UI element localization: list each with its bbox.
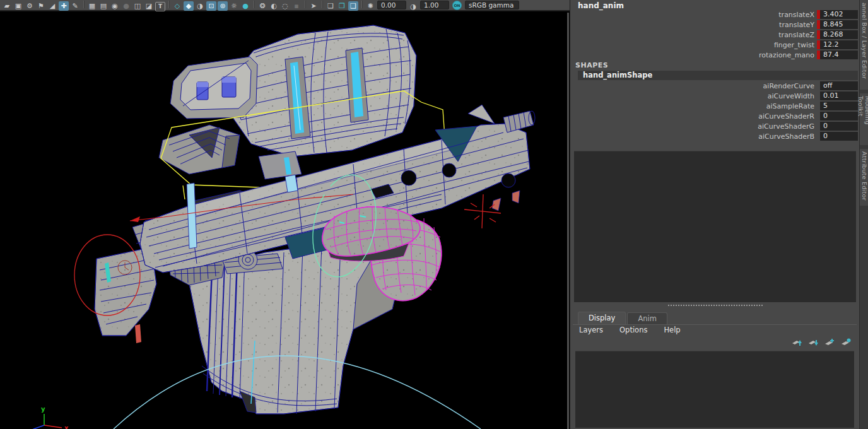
channel-label[interactable]: aiRenderCurve	[570, 82, 814, 90]
channel-label[interactable]: rotazione_mano	[570, 51, 814, 59]
layer-editor-divider	[573, 324, 857, 325]
channel-box-empty-area	[574, 151, 856, 302]
shape-node-name[interactable]: hand_animShape	[578, 71, 858, 80]
channel-row: aiCurveWidth 0.01	[570, 91, 859, 101]
image-plane-icon[interactable]: ❑	[348, 1, 358, 11]
make-live-icon[interactable]: T	[155, 2, 165, 11]
sidebar-tab[interactable]: Modeling Toolkit	[860, 93, 868, 149]
shape-channel-list: aiRenderCurve off aiCurveWidth 0.01 aiSa…	[570, 81, 859, 141]
gamma-icon[interactable]: ◑	[408, 2, 418, 11]
create-empty-layer-icon[interactable]	[824, 338, 835, 348]
snap-object-center-icon[interactable]: ◪	[144, 1, 154, 11]
channel-label[interactable]: translateY	[570, 21, 814, 29]
channel-value-field[interactable]: 12.2	[820, 40, 858, 49]
layer-list-empty-area	[575, 351, 854, 428]
channel-label[interactable]: aiCurveWidth	[570, 92, 814, 100]
channel-label[interactable]: aiCurveShaderB	[570, 132, 814, 141]
snap-to-curve-icon[interactable]: ▤	[98, 1, 108, 11]
layer-editor-tabs: Display Anim	[578, 312, 667, 324]
snap-projected-center-icon[interactable]: ●	[121, 1, 131, 11]
camera-settings-icon[interactable]: ⚙	[25, 1, 35, 11]
channel-row: translateX 3.402	[570, 9, 859, 20]
channel-value-field[interactable]: 0.01	[820, 91, 858, 100]
channel-value-field[interactable]: 87.4	[820, 50, 858, 59]
hypershade-icon[interactable]: ❂	[257, 1, 267, 11]
channel-row: finger_twist 12.2	[570, 40, 859, 50]
move-tool-icon[interactable]: ✚	[59, 1, 69, 11]
layer-editor-menu-item[interactable]: Help	[664, 326, 680, 334]
channel-label[interactable]: finger_twist	[570, 41, 814, 49]
construction-history-icon[interactable]: ◑	[195, 1, 205, 11]
channel-value-field[interactable]: 0	[820, 122, 858, 131]
sidebar-tab-strip: annel Box / Layer Editor Modeling Toolki…	[859, 0, 868, 429]
bookmark-icon[interactable]: ⚑	[36, 1, 46, 11]
render-current-frame-icon[interactable]: ⊛	[218, 1, 228, 11]
gamma-field[interactable]: 1.00	[420, 1, 449, 9]
ipr-render-icon[interactable]: ☼	[229, 1, 239, 11]
move-layer-up-icon[interactable]	[792, 338, 802, 348]
input-connections-icon[interactable]: ◇	[172, 1, 182, 11]
create-layer-from-selected-icon[interactable]	[841, 338, 852, 348]
sidebar-tab-label: Modeling Toolkit	[857, 93, 868, 145]
sidebar-tab[interactable]: annel Box / Layer Editor	[860, 0, 868, 93]
crosshair-red[interactable]	[464, 194, 501, 228]
sidebar-tab-label: annel Box / Layer Editor	[861, 0, 868, 90]
channel-value-field[interactable]: 3.402	[820, 10, 858, 19]
channel-row: aiSampleRate 5	[570, 101, 859, 111]
sidebar-tab[interactable]: Attribute Editor	[860, 149, 868, 209]
copy-icon[interactable]: ❏	[326, 1, 336, 11]
layer-editor-menu-item[interactable]: Layers	[579, 326, 603, 334]
move-layer-down-icon[interactable]	[808, 338, 819, 348]
channel-label[interactable]: aiCurveShaderG	[570, 122, 814, 131]
channel-value-field[interactable]: 8.845	[820, 20, 858, 29]
render-settings-icon[interactable]: ●	[240, 1, 250, 11]
channel-value-field[interactable]: 8.268	[820, 30, 858, 39]
channel-label[interactable]: aiSampleRate	[570, 102, 814, 110]
paste-icon[interactable]: ❐	[337, 1, 347, 11]
light-editor-icon[interactable]: ◐	[269, 1, 279, 11]
channel-row: translateZ 8.268	[570, 30, 859, 40]
film-gate-icon[interactable]: ▪	[291, 1, 302, 11]
channel-label[interactable]: aiCurveShaderR	[570, 112, 814, 120]
selection-mask-icon[interactable]: ➤	[308, 1, 319, 11]
channel-list: translateX 3.402 translateY 8.845 transl…	[570, 9, 859, 60]
channel-row: aiRenderCurve off	[570, 81, 859, 91]
robot-face-screen[interactable]	[170, 57, 257, 119]
axis-x-label: x	[64, 425, 69, 429]
camera-icon[interactable]: ▰	[2, 1, 12, 11]
view-axis-gizmo: y x z	[23, 406, 69, 429]
pencil-tool-icon[interactable]: ✎	[70, 1, 80, 11]
panel-splitter-handle[interactable]	[668, 305, 763, 306]
channel-row: aiCurveShaderG 0	[570, 121, 859, 131]
channel-value-field[interactable]: 5	[820, 102, 858, 110]
view-transform-field[interactable]: sRGB gamma	[465, 1, 519, 9]
layer-editor-tab[interactable]: Anim	[627, 312, 667, 324]
channel-row: aiCurveShaderB 0	[570, 131, 859, 141]
channel-box-object-name[interactable]: hand_anim	[578, 1, 624, 10]
robot-head[interactable]	[233, 25, 416, 156]
channel-value-field[interactable]: 0	[820, 112, 858, 120]
exposure-icon[interactable]: ✺	[365, 1, 375, 11]
pivot-icon[interactable]: ◢	[47, 1, 57, 11]
viewport-panel-splitter[interactable]	[567, 13, 569, 429]
snap-view-plane-icon[interactable]: ◫	[132, 1, 143, 11]
viewport-panel[interactable]: y x z	[0, 13, 570, 429]
exposure-field[interactable]: 0.00	[377, 1, 406, 9]
render-view-icon[interactable]: ⊡	[206, 1, 216, 11]
lock-camera-icon[interactable]: ▣	[13, 1, 23, 11]
axis-y-label: y	[41, 406, 45, 413]
layer-editor-menu-item[interactable]: Options	[619, 326, 647, 334]
layer-editor-tab[interactable]: Display	[578, 312, 626, 324]
channel-value-field[interactable]: off	[820, 81, 858, 90]
snap-to-point-icon[interactable]: ◉	[110, 1, 120, 11]
color-management-on-button[interactable]: ON	[452, 1, 462, 10]
pause-viewport-icon[interactable]: ◌	[280, 1, 290, 11]
channel-label[interactable]: translateX	[570, 11, 814, 19]
snap-to-grid-icon[interactable]: ▦	[87, 1, 97, 11]
status-line-toolbar: ▰▣⚙⚑◢✚✎▦▤◉●◫◪T◇◆◑⊡⊛☼●❂◐◌▪➤❏❐❑✺ 0.00 ◑ 1.…	[0, 0, 570, 11]
channel-box-panel: hand_anim translateX 3.402 translateY 8.…	[570, 0, 859, 429]
scene-canvas[interactable]: y x z	[0, 13, 570, 429]
channel-value-field[interactable]: 0	[820, 132, 858, 141]
channel-label[interactable]: translateZ	[570, 31, 814, 39]
output-connections-icon[interactable]: ◆	[184, 1, 194, 11]
